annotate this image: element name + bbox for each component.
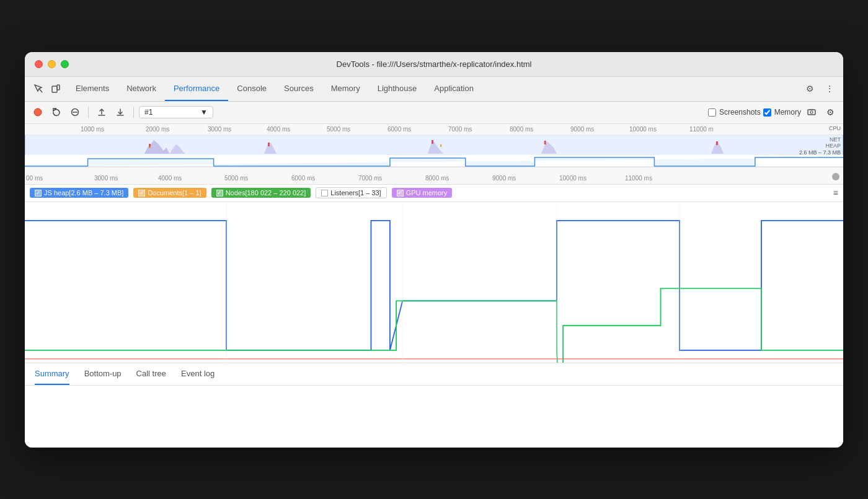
- profile-select-value: #1: [144, 108, 153, 117]
- legend-hamburger-icon[interactable]: ≡: [833, 188, 838, 198]
- listeners-checkbox[interactable]: [321, 190, 328, 197]
- clear-button[interactable]: [67, 104, 83, 120]
- tab-list: Elements Network Performance Console Sou…: [67, 77, 801, 101]
- ruler-mark-5000: 5000 ms: [327, 126, 350, 133]
- gpu-checkbox[interactable]: ✓: [397, 190, 404, 197]
- detail-mark-4000: 4000 ms: [158, 175, 182, 182]
- tab-call-tree[interactable]: Call tree: [136, 363, 166, 385]
- memory-checkbox[interactable]: [763, 108, 771, 117]
- tab-elements[interactable]: Elements: [67, 77, 118, 101]
- screenshots-checkbox[interactable]: [708, 108, 716, 117]
- ruler-mark-7000: 7000 ms: [448, 126, 472, 133]
- ruler-mark-1000: 1000 ms: [81, 126, 104, 133]
- record-button[interactable]: [30, 104, 46, 120]
- detail-mark-5000: 5000 ms: [224, 175, 248, 182]
- tab-sources[interactable]: Sources: [275, 77, 322, 101]
- toolbar-divider-2: [133, 107, 134, 118]
- svg-rect-2: [57, 85, 60, 90]
- bottom-content-area: [25, 386, 843, 448]
- selection-region-cpu: [25, 135, 843, 155]
- tab-lighthouse[interactable]: Lighthouse: [369, 77, 426, 101]
- js-heap-label: JS heap[2.6 MB – 7.3 MB]: [44, 189, 123, 197]
- dropdown-arrow-icon: ▼: [200, 108, 208, 117]
- reload-record-button[interactable]: [48, 104, 64, 120]
- memory-checkbox-label[interactable]: Memory: [763, 108, 801, 117]
- svg-point-7: [810, 111, 813, 113]
- tab-summary[interactable]: Summary: [35, 363, 69, 385]
- detail-mark-11000: 11000 ms: [625, 175, 652, 182]
- scrollbar-thumb[interactable]: [832, 173, 839, 180]
- detail-mark-3000: 3000 ms: [94, 175, 118, 182]
- traffic-lights: [35, 60, 69, 68]
- net-heap-label: NETHEAP2.6 MB – 7.3 MB: [799, 136, 841, 156]
- svg-point-3: [34, 108, 42, 116]
- tab-bottom-up[interactable]: Bottom-up: [84, 363, 122, 385]
- window-title: DevTools - file:///Users/stmarthe/x-repl…: [337, 60, 532, 69]
- svg-rect-1: [52, 86, 57, 92]
- ruler-mark-3000: 3000 ms: [208, 126, 231, 133]
- tab-network[interactable]: Network: [118, 77, 165, 101]
- tab-application[interactable]: Application: [425, 77, 482, 101]
- devtools-tab-bar: Elements Network Performance Console Sou…: [25, 77, 843, 102]
- tab-performance[interactable]: Performance: [165, 77, 228, 101]
- timeline-ruler-top: 1000 ms 2000 ms 3000 ms 4000 ms 5000 ms …: [25, 124, 843, 135]
- legend-nodes[interactable]: ✓ Nodes[180 022 – 220 022]: [211, 188, 311, 198]
- documents-checkbox[interactable]: ✓: [138, 190, 145, 197]
- ruler-mark-2000: 2000 ms: [146, 126, 169, 133]
- legend-gpu[interactable]: ✓ GPU memory: [392, 188, 453, 198]
- detail-mark-7000: 7000 ms: [358, 175, 382, 182]
- tab-memory[interactable]: Memory: [322, 77, 369, 101]
- inspect-element-icon[interactable]: [30, 80, 47, 97]
- svg-line-9: [812, 109, 813, 110]
- svg-rect-6: [808, 110, 815, 115]
- net-heap-svg: [25, 155, 843, 167]
- documents-label: Documents[1 – 1]: [148, 189, 201, 197]
- nodes-checkbox[interactable]: ✓: [216, 190, 223, 197]
- profile-dropdown[interactable]: #1 ▼: [139, 106, 213, 118]
- upload-button[interactable]: [94, 104, 110, 120]
- devtools-window: DevTools - file:///Users/stmarthe/x-repl…: [25, 52, 843, 448]
- perf-settings-button[interactable]: ⚙: [822, 104, 838, 120]
- screenshots-checkbox-label[interactable]: Screenshots: [708, 108, 761, 117]
- ruler-mark-11000: 11000 m: [689, 126, 714, 133]
- ruler-mark-4000: 4000 ms: [267, 126, 290, 133]
- cpu-label: CPU: [829, 125, 841, 131]
- nodes-label: Nodes[180 022 – 220 022]: [226, 189, 306, 197]
- timeline-overview: 1000 ms 2000 ms 3000 ms 4000 ms 5000 ms …: [25, 124, 843, 167]
- device-toolbar-icon[interactable]: [47, 80, 64, 97]
- detail-mark-6000: 6000 ms: [291, 175, 315, 182]
- svg-line-0: [39, 89, 42, 92]
- close-button[interactable]: [35, 60, 43, 68]
- memory-chart-area: [25, 202, 843, 363]
- tab-event-log[interactable]: Event log: [181, 363, 215, 385]
- memory-label: Memory: [774, 108, 801, 117]
- detail-mark-00: 00 ms: [26, 175, 43, 182]
- legend-documents[interactable]: ✓ Documents[1 – 1]: [133, 188, 206, 198]
- svg-rect-17: [25, 202, 843, 363]
- ruler-mark-9000: 9000 ms: [570, 126, 594, 133]
- svg-line-8: [810, 109, 812, 110]
- legend-listeners[interactable]: Listeners[1 – 33]: [316, 187, 386, 198]
- settings-icon[interactable]: ⚙: [801, 80, 818, 97]
- download-button[interactable]: [112, 104, 128, 120]
- maximize-button[interactable]: [61, 60, 69, 68]
- capture-settings-icon[interactable]: [804, 104, 820, 120]
- minimize-button[interactable]: [48, 60, 56, 68]
- memory-legend: ✓ JS heap[2.6 MB – 7.3 MB] ✓ Documents[1…: [25, 185, 843, 202]
- bottom-tab-bar: Summary Bottom-up Call tree Event log: [25, 363, 843, 386]
- titlebar: DevTools - file:///Users/stmarthe/x-repl…: [25, 52, 843, 77]
- net-heap-area: [25, 155, 843, 167]
- memory-chart-svg: [25, 202, 843, 363]
- screenshots-label: Screenshots: [719, 108, 761, 117]
- ruler-mark-6000: 6000 ms: [388, 126, 411, 133]
- toolbar-divider-1: [88, 107, 89, 118]
- tab-right-icons: ⚙ ⋮: [801, 80, 838, 97]
- more-options-icon[interactable]: ⋮: [821, 80, 838, 97]
- js-heap-checkbox[interactable]: ✓: [35, 190, 42, 197]
- ruler-mark-8000: 8000 ms: [510, 126, 533, 133]
- ruler-mark-10000: 10000 ms: [629, 126, 657, 133]
- performance-toolbar: #1 ▼ Screenshots Memory ⚙: [25, 102, 843, 124]
- tab-console[interactable]: Console: [228, 77, 275, 101]
- legend-js-heap[interactable]: ✓ JS heap[2.6 MB – 7.3 MB]: [30, 188, 128, 198]
- detail-mark-10000: 10000 ms: [559, 175, 587, 182]
